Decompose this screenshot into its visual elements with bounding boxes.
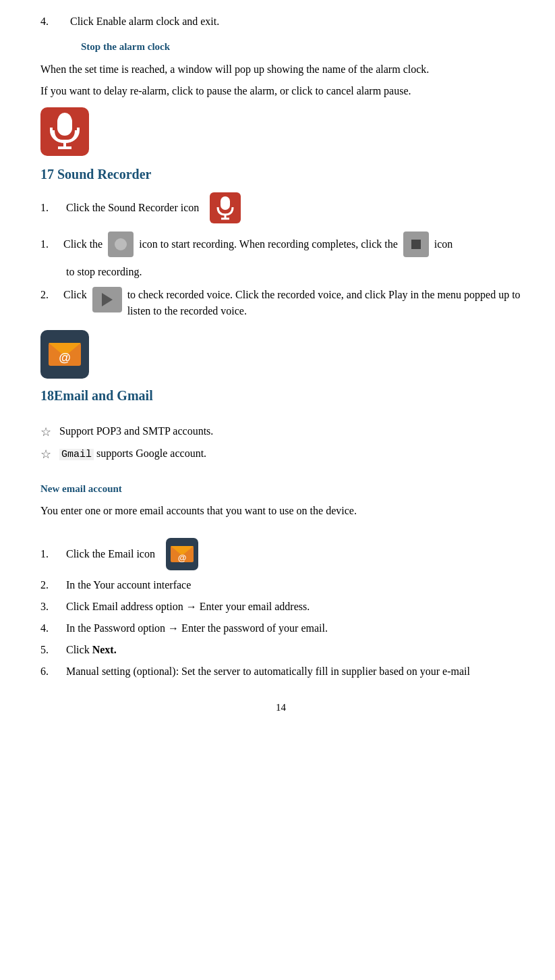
stop-alarm-heading: Stop the alarm clock (81, 39, 521, 55)
email-step1-num: 1. (40, 546, 61, 562)
email-step5: 5. Click Next. (40, 642, 521, 658)
sound-recorder-step1: 1. Click the Sound Recorder icon (40, 192, 521, 223)
email-step3-text: Click Email address option → Enter your … (66, 599, 310, 615)
next-bold: Next. (92, 644, 117, 655)
step2-text-before: Click (63, 287, 87, 303)
play-button-icon (92, 287, 122, 312)
email-step2: 2. In the Your account interface (40, 577, 521, 593)
sound-recorder-icon (210, 192, 241, 223)
step-4: 4. Click Enable alarm clock and exit. (40, 13, 521, 30)
record-button-icon (108, 232, 134, 257)
step1b-num: 1. (40, 236, 61, 252)
gmail-code: Gmail (59, 449, 94, 460)
bullet-2-content: Gmail supports Google account. (59, 445, 521, 463)
stop-recording-text: to stop recording. (66, 264, 521, 280)
step1b-text-before: Click the (63, 236, 103, 252)
bullet-2: ☆ Gmail supports Google account. (40, 445, 521, 464)
svg-rect-0 (58, 113, 71, 133)
step-4-text: Click Enable alarm clock and exit. (70, 13, 219, 30)
step-4-number: 4. (40, 13, 65, 30)
svg-rect-3 (221, 196, 230, 210)
email-icon-small: @ (166, 538, 198, 570)
step1-num: 1. (40, 200, 61, 216)
email-step1: 1. Click the Email icon @ (40, 538, 521, 570)
new-email-account-heading: New email account (40, 481, 521, 497)
email-step2-num: 2. (40, 577, 61, 593)
new-account-para: You enter one or more email accounts tha… (40, 503, 521, 519)
step2-num: 2. (40, 287, 61, 303)
email-step6-num: 6. (40, 663, 61, 680)
email-step3: 3. Click Email address option → Enter yo… (40, 599, 521, 615)
sound-recorder-heading: 17 Sound Recorder (40, 164, 521, 184)
email-step4: 4. In the Password option → Enter the pa… (40, 620, 521, 636)
svg-text:@: @ (178, 553, 187, 563)
email-step2-text: In the Your account interface (66, 577, 191, 593)
email-gmail-heading: 18Email and Gmail (40, 385, 521, 406)
email-step5-num: 5. (40, 642, 61, 658)
bullet-1: ☆ Support POP3 and SMTP accounts. (40, 423, 521, 441)
email-step6: 6. Manual setting (optional): Set the se… (40, 663, 521, 680)
email-step5-text: Click Next. (66, 642, 117, 658)
stop-alarm-para2: If you want to delay re-alarm, click to … (40, 83, 521, 99)
step2-text-after: to check recorded voice. Click the recor… (127, 287, 521, 319)
email-step1-text: Click the Email icon (66, 546, 155, 562)
step1b-text-after: icon to start recording. When recording … (139, 236, 398, 252)
step1-text: Click the Sound Recorder icon (66, 200, 199, 216)
email-step4-text: In the Password option → Enter the passw… (66, 620, 328, 636)
email-step6-text: Manual setting (optional): Set the serve… (66, 663, 470, 680)
email-step4-num: 4. (40, 620, 61, 636)
email-icon-large: @ (40, 330, 89, 379)
sound-recorder-step1b: 1. Click the icon to start recording. Wh… (40, 232, 521, 257)
star-icon-2: ☆ (40, 445, 51, 464)
star-icon-1: ☆ (40, 423, 51, 441)
page-number: 14 (40, 700, 521, 715)
svg-text:@: @ (59, 351, 71, 364)
step1b-text-end: icon (434, 236, 453, 252)
bullet-1-text: Support POP3 and SMTP accounts. (59, 423, 521, 439)
sound-recorder-step2: 2. Click to check recorded voice. Click … (40, 287, 521, 319)
stop-button-icon (403, 232, 429, 257)
email-step3-num: 3. (40, 599, 61, 615)
mic-icon-large (40, 107, 521, 156)
stop-alarm-para1: When the set time is reached, a window w… (40, 61, 521, 78)
email-icon-large-container: @ (40, 330, 521, 379)
